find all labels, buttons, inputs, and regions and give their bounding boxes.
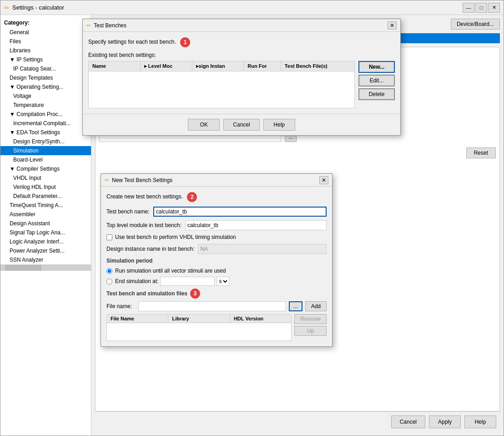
close-button[interactable]: ✕ (488, 3, 500, 13)
test-benches-close[interactable]: ✕ (388, 21, 397, 30)
files-table-area: File Name Library HDL Version Remove Up (106, 314, 327, 341)
sidebar-item-temperature[interactable]: Temperature (0, 101, 91, 110)
sidebar-item-design-assistant[interactable]: Design Assistant (0, 219, 91, 228)
file-name-input[interactable] (138, 301, 286, 311)
test-bench-name-label: Test bench name: (106, 208, 150, 215)
sidebar-item-voltage[interactable]: Voltage (0, 91, 91, 101)
files-col-hdl: HDL Version (230, 314, 291, 323)
files-table: File Name Library HDL Version (106, 314, 292, 341)
sidebar-item-general[interactable]: General (0, 28, 91, 37)
files-col-name: File Name (107, 314, 168, 323)
sidebar-item-timequest[interactable]: TimeQuest Timing A... (0, 201, 91, 210)
sidebar-item-ssn-analyzer[interactable]: SSN Analyzer (0, 255, 91, 264)
sidebar-item-simulation[interactable]: Simulation (0, 146, 91, 155)
new-bench-close[interactable]: ✕ (319, 176, 328, 184)
bench-buttons: New... Edit... Delete (358, 61, 395, 108)
bench-table: Name ▸ Level Moc ▸sign Instan Run For Te… (88, 61, 355, 108)
new-bench-dialog: ✏ New Test Bench Settings ✕ Create new t… (101, 173, 333, 347)
top-level-input[interactable] (185, 220, 327, 230)
reset-button[interactable]: Reset (466, 147, 496, 158)
test-bench-name-row: Test bench name: (106, 207, 327, 217)
sidebar-item-board-level[interactable]: Board-Level (0, 155, 91, 164)
bench-table-area: Name ▸ Level Moc ▸sign Instan Run For Te… (88, 61, 395, 108)
sidebar-item-files[interactable]: Files (0, 37, 91, 46)
design-instance-row: Design instance name in test bench: (106, 244, 327, 254)
sidebar-item-eda-tool-settings[interactable]: ▼ EDA Tool Settings (0, 128, 91, 137)
vhdl-checkbox-label: Use test bench to perform VHDL timing si… (115, 234, 236, 240)
new-bench-icon: ✏ (105, 177, 109, 183)
title-bar: ✏ Settings - calculator — □ ✕ (0, 0, 504, 15)
new-bench-title-bar: ✏ New Test Bench Settings ✕ (101, 174, 332, 187)
bench-table-header: Name ▸ Level Moc ▸sign Instan Run For Te… (89, 61, 354, 71)
sim-period-title: Simulation period (106, 258, 327, 264)
bench-col-levelmod: ▸ Level Moc (141, 61, 192, 71)
sidebar-item-signal-tap[interactable]: Signal Tap Logic Ana... (0, 228, 91, 237)
sidebar-item-compilation[interactable]: ▼ Compilation Proc... (0, 110, 91, 119)
new-bench-body: Create new test bench settings. 2 Test b… (101, 187, 332, 346)
test-benches-title: Test Benches (94, 22, 388, 29)
edit-bench-button[interactable]: Edit... (358, 75, 395, 86)
design-instance-label: Design instance name in test bench: (106, 246, 194, 252)
radio-row-2: End simulation at: s (106, 277, 327, 286)
help-button[interactable]: Help (464, 416, 496, 428)
sidebar-item-design-entry[interactable]: Design Entry/Synth... (0, 137, 91, 146)
end-at-input[interactable] (160, 277, 215, 286)
vhdl-checkbox[interactable] (106, 234, 112, 240)
test-bench-name-input[interactable] (153, 207, 327, 217)
browse-button[interactable]: ... (289, 301, 302, 311)
design-instance-input[interactable] (198, 244, 327, 254)
test-benches-body: Specify settings for each test bench. 1 … (83, 32, 400, 114)
sidebar-item-power-analyzer[interactable]: Power Analyzer Setti... (0, 246, 91, 255)
up-button[interactable]: Up (294, 326, 327, 336)
sidebar-item-operating-settings[interactable]: ▼ Operating Setting... (0, 82, 91, 91)
delete-bench-button[interactable]: Delete (358, 88, 395, 100)
step-badge-2: 2 (187, 192, 197, 202)
new-bench-button[interactable]: New... (358, 61, 395, 73)
files-table-header: File Name Library HDL Version (106, 314, 292, 323)
sidebar-item-default-params[interactable]: Default Parameter... (0, 192, 91, 201)
vhdl-checkbox-row: Use test bench to perform VHDL timing si… (106, 234, 327, 240)
sidebar-item-vhdl-input[interactable]: VHDL Input (0, 173, 91, 183)
sidebar: Category: General Files Libraries ▼ IP S… (0, 15, 91, 436)
sidebar-item-assembler[interactable]: Assembler (0, 210, 91, 219)
bench-table-body (89, 71, 354, 108)
test-benches-help[interactable]: Help (263, 119, 295, 131)
step-badge-1: 1 (180, 37, 190, 47)
radio-end-at[interactable] (106, 279, 112, 284)
unit-select[interactable]: s (217, 277, 229, 286)
sidebar-item-incremental[interactable]: Incremental Compilati... (0, 119, 91, 128)
category-label: Category: (0, 17, 91, 28)
remove-button[interactable]: Remove (294, 314, 327, 324)
sidebar-scrollbar[interactable] (0, 264, 91, 271)
sidebar-item-libraries[interactable]: Libraries (0, 46, 91, 55)
file-name-row: File name: ... Add (106, 301, 327, 311)
sidebar-item-verilog-hdl[interactable]: Verilog HDL Input (0, 183, 91, 192)
bench-col-name: Name (89, 61, 141, 71)
file-name-label: File name: (106, 303, 132, 309)
maximize-button[interactable]: □ (475, 3, 487, 13)
files-section-title: Test bench and simulation files (106, 290, 187, 297)
files-section: Test bench and simulation files 3 File n… (106, 289, 327, 341)
device-board-button[interactable]: Device/Board... (451, 19, 500, 30)
add-file-button[interactable]: Add (305, 301, 327, 311)
minimize-button[interactable]: — (463, 3, 474, 13)
radio-row-1: Run simulation until all vector stimuli … (106, 268, 327, 274)
cancel-button[interactable]: Cancel (391, 416, 425, 428)
test-benches-cancel[interactable]: Cancel (223, 119, 259, 131)
test-benches-icon: ✏ (86, 22, 91, 29)
apply-button[interactable]: Apply (429, 416, 461, 428)
bench-col-designinst: ▸sign Instan (192, 61, 244, 71)
radio-all-stimuli[interactable] (106, 268, 112, 274)
sidebar-item-ip-catalog[interactable]: IP Catalog Sear... (0, 64, 91, 73)
sidebar-item-logic-analyzer[interactable]: Logic Analyzer Interf... (0, 237, 91, 246)
sidebar-item-design-templates[interactable]: Design Templates (0, 73, 91, 82)
new-bench-description: Create new test bench settings. 2 (106, 192, 327, 202)
radio-end-at-label: End simulation at: (115, 278, 158, 284)
window-controls: — □ ✕ (463, 3, 500, 13)
sidebar-item-compiler-settings[interactable]: ▼ Compiler Settings (0, 164, 91, 173)
main-window: ✏ Settings - calculator — □ ✕ Category: … (0, 0, 504, 436)
test-benches-ok[interactable]: OK (188, 119, 220, 131)
sidebar-item-ip-settings[interactable]: ▼ IP Settings (0, 55, 91, 64)
new-bench-title: New Test Bench Settings (112, 177, 319, 183)
test-benches-footer: OK Cancel Help (83, 114, 400, 135)
